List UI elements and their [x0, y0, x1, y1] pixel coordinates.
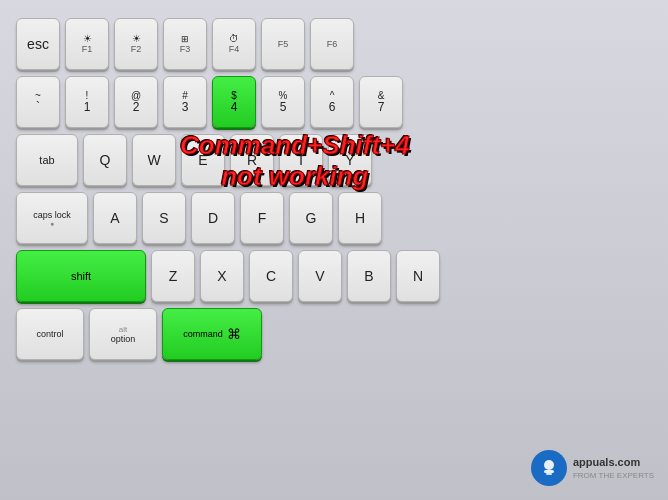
key-f6-label: F6 — [327, 39, 338, 49]
key-f5-label: F5 — [278, 39, 289, 49]
watermark-logo — [531, 450, 567, 486]
key-z-label: Z — [169, 268, 178, 284]
key-caps-dot: ● — [50, 220, 54, 227]
key-g[interactable]: G — [289, 192, 333, 244]
key-y[interactable]: Y — [328, 134, 372, 186]
key-f-label: F — [258, 210, 267, 226]
key-f1[interactable]: ☀ F1 — [65, 18, 109, 70]
svg-point-0 — [544, 460, 554, 470]
key-q[interactable]: Q — [83, 134, 127, 186]
bottom-row: control alt option command ⌘ — [16, 308, 652, 360]
key-caps-label: caps lock — [33, 210, 71, 220]
key-option-alt: alt — [119, 325, 127, 334]
key-esc[interactable]: esc — [16, 18, 60, 70]
key-n[interactable]: N — [396, 250, 440, 302]
key-w-label: W — [147, 152, 160, 168]
key-4[interactable]: $ 4 — [212, 76, 256, 128]
key-e-label: E — [198, 152, 207, 168]
key-v[interactable]: V — [298, 250, 342, 302]
key-f4[interactable]: ⏱ F4 — [212, 18, 256, 70]
key-q-label: Q — [100, 152, 111, 168]
key-c-label: C — [266, 268, 276, 284]
svg-rect-1 — [544, 470, 554, 473]
key-b-label: B — [364, 268, 373, 284]
key-5-bottom: 5 — [280, 101, 287, 113]
key-6-bottom: 6 — [329, 101, 336, 113]
key-f[interactable]: F — [240, 192, 284, 244]
key-command[interactable]: command ⌘ — [162, 308, 262, 360]
key-n-label: N — [413, 268, 423, 284]
key-command-symbol: ⌘ — [227, 326, 241, 342]
key-f2-icon: ☀ — [132, 34, 141, 44]
watermark-text: appuals.com FROM THE EXPERTS — [573, 455, 654, 482]
qwerty-row: tab Q W E R T Y — [16, 134, 652, 186]
key-y-label: Y — [345, 152, 354, 168]
key-f5[interactable]: F5 — [261, 18, 305, 70]
key-shift-left[interactable]: shift — [16, 250, 146, 302]
key-d-label: D — [208, 210, 218, 226]
key-control-label: control — [36, 329, 63, 339]
key-5[interactable]: % 5 — [261, 76, 305, 128]
watermark-site: appuals.com — [573, 455, 654, 470]
key-control[interactable]: control — [16, 308, 84, 360]
key-t-label: T — [297, 152, 306, 168]
key-option-label: option — [111, 334, 136, 344]
key-6[interactable]: ^ 6 — [310, 76, 354, 128]
key-z[interactable]: Z — [151, 250, 195, 302]
key-c[interactable]: C — [249, 250, 293, 302]
key-1[interactable]: ! 1 — [65, 76, 109, 128]
key-b[interactable]: B — [347, 250, 391, 302]
key-f2-label: F2 — [131, 44, 142, 54]
key-x[interactable]: X — [200, 250, 244, 302]
key-option[interactable]: alt option — [89, 308, 157, 360]
key-x-label: X — [217, 268, 226, 284]
key-f1-icon: ☀ — [83, 34, 92, 44]
key-s[interactable]: S — [142, 192, 186, 244]
appuals-icon — [538, 457, 560, 479]
key-2[interactable]: @ 2 — [114, 76, 158, 128]
key-e[interactable]: E — [181, 134, 225, 186]
key-v-label: V — [315, 268, 324, 284]
key-tilde[interactable]: ~ ` — [16, 76, 60, 128]
key-r-label: R — [247, 152, 257, 168]
zxcv-row: shift Z X C V B N — [16, 250, 652, 302]
key-w[interactable]: W — [132, 134, 176, 186]
key-tilde-bottom: ` — [36, 101, 40, 113]
key-command-label: command — [183, 329, 223, 339]
asdf-row: caps lock ● A S D F G H — [16, 192, 652, 244]
key-1-bottom: 1 — [84, 101, 91, 113]
keyboard-container: esc ☀ F1 ☀ F2 ⊞ F3 ⏱ F4 F5 F6 — [0, 0, 668, 500]
key-a[interactable]: A — [93, 192, 137, 244]
key-f2[interactable]: ☀ F2 — [114, 18, 158, 70]
key-shift-label: shift — [71, 270, 91, 282]
watermark-tagline: FROM THE EXPERTS — [573, 470, 654, 481]
key-4-bottom: 4 — [231, 101, 238, 113]
svg-rect-2 — [546, 473, 552, 475]
key-f3[interactable]: ⊞ F3 — [163, 18, 207, 70]
key-f4-icon: ⏱ — [229, 34, 239, 44]
key-7-bottom: 7 — [378, 101, 385, 113]
key-f4-label: F4 — [229, 44, 240, 54]
key-g-label: G — [306, 210, 317, 226]
key-r[interactable]: R — [230, 134, 274, 186]
key-7[interactable]: & 7 — [359, 76, 403, 128]
key-f3-icon: ⊞ — [181, 35, 189, 44]
number-row: ~ ` ! 1 @ 2 # 3 $ 4 % 5 — [16, 76, 652, 128]
key-a-label: A — [110, 210, 119, 226]
key-f6[interactable]: F6 — [310, 18, 354, 70]
key-h-label: H — [355, 210, 365, 226]
key-f3-label: F3 — [180, 44, 191, 54]
fn-row: esc ☀ F1 ☀ F2 ⊞ F3 ⏱ F4 F5 F6 — [16, 18, 652, 70]
key-3[interactable]: # 3 — [163, 76, 207, 128]
key-caps-lock[interactable]: caps lock ● — [16, 192, 88, 244]
key-esc-label: esc — [27, 36, 49, 52]
key-tab[interactable]: tab — [16, 134, 78, 186]
key-h[interactable]: H — [338, 192, 382, 244]
key-d[interactable]: D — [191, 192, 235, 244]
key-f1-label: F1 — [82, 44, 93, 54]
key-tab-label: tab — [39, 154, 54, 166]
key-t[interactable]: T — [279, 134, 323, 186]
key-s-label: S — [159, 210, 168, 226]
watermark: appuals.com FROM THE EXPERTS — [531, 450, 654, 486]
keyboard-rows: esc ☀ F1 ☀ F2 ⊞ F3 ⏱ F4 F5 F6 — [16, 18, 652, 360]
